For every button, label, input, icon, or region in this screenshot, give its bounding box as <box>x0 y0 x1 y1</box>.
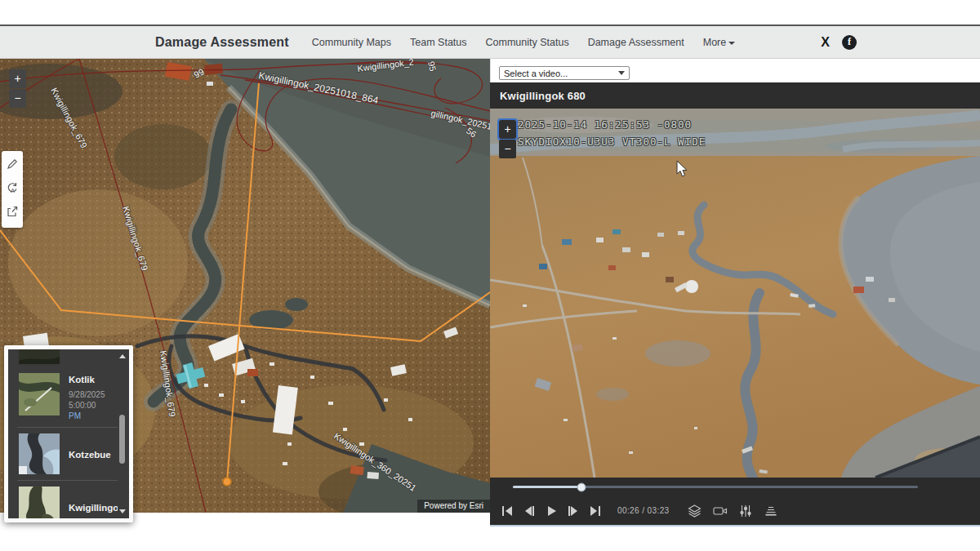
flight-item-name: Kotlik <box>69 375 118 384</box>
frame-back-icon <box>523 506 535 516</box>
frame-back-button[interactable] <box>523 504 536 518</box>
scroll-down-icon[interactable] <box>119 509 126 513</box>
sliders-icon <box>739 504 752 518</box>
top-navbar: Damage Assessment Community Maps Team St… <box>0 24 980 59</box>
frame-forward-icon <box>568 506 579 516</box>
camera-icon <box>713 505 728 517</box>
map-toolbar: A <box>2 151 23 228</box>
video-viewport[interactable]: 2025-10-14 16:25:53 -0800 SKYDIOX10-U3U3… <box>490 109 980 478</box>
osd-timestamp: 2025-10-14 16:25:53 -0800 <box>518 116 706 133</box>
skip-to-end-button[interactable] <box>589 504 602 518</box>
flight-list-scrollbar[interactable] <box>118 351 127 517</box>
nav-item-community-status[interactable]: Community Status <box>486 37 569 48</box>
video-titlebar: Kwigillingok 680 <box>490 82 980 109</box>
dropdown-caret-icon <box>618 71 625 75</box>
scrollbar-thumb[interactable] <box>119 415 125 464</box>
panel-bottom-edge <box>490 525 980 527</box>
play-button[interactable] <box>545 504 558 518</box>
nav-item-community-maps[interactable]: Community Maps <box>312 37 391 48</box>
skip-end-icon <box>590 506 601 516</box>
video-zoom-widget: + − <box>499 120 516 158</box>
layers-icon <box>688 504 702 518</box>
flight-item-details: Kotlik 9/28/2025 5:00:00 PM 9/28/2025 5:… <box>69 373 118 421</box>
video-time-display: 00:26 / 03:23 <box>617 506 670 515</box>
start-date: 9/28/2025 <box>69 389 114 400</box>
share-export-button[interactable] <box>6 205 19 221</box>
start-time: 5:00:00 <box>69 400 114 411</box>
flight-thumbnail <box>19 373 60 415</box>
flight-path-label: 95 <box>426 60 438 72</box>
map-zoom-out-button[interactable]: − <box>9 89 26 108</box>
horizon-telemetry-button[interactable] <box>763 504 779 518</box>
flight-thumbnail <box>19 433 60 474</box>
drone-position-marker <box>223 478 231 486</box>
progress-slider[interactable] <box>513 486 918 488</box>
page-title: Damage Assessment <box>155 35 289 50</box>
map-attribution: Powered by Esri <box>417 500 490 513</box>
skip-to-start-button[interactable] <box>501 504 514 518</box>
horizon-icon <box>764 504 777 518</box>
flight-list-item[interactable]: Kotzebue <box>8 428 118 480</box>
flight-item-name: Kwigillingok <box>69 503 118 513</box>
share-icon <box>6 205 19 218</box>
video-frame <box>490 109 980 478</box>
flight-thumbnail <box>19 349 60 364</box>
scroll-up-icon[interactable] <box>119 354 126 358</box>
video-select[interactable]: Select a video... <box>499 66 630 80</box>
flight-thumbnail <box>19 487 60 518</box>
x-twitter-icon[interactable]: X <box>821 36 830 49</box>
flight-item-dates: 9/28/2025 5:00:00 PM 9/28/2025 5:00:00 P… <box>69 389 118 421</box>
map-zoom-widget: + − <box>9 69 26 108</box>
flight-list-item-partial-top[interactable] <box>8 349 118 367</box>
video-zoom-out-button[interactable]: − <box>499 140 516 158</box>
map-zoom-in-button[interactable]: + <box>9 69 26 88</box>
progress-filled <box>513 486 581 488</box>
play-icon <box>546 506 557 516</box>
video-controls: 00:26 / 03:23 <box>490 496 980 525</box>
osd-camera-info: SKYDIOX10-U3U3 VT300-L WIDE <box>518 133 706 150</box>
nav-item-damage-assessment[interactable]: Damage Assessment <box>588 37 684 48</box>
video-select-row: Select a video... <box>490 59 980 82</box>
refresh-layers-button[interactable]: A <box>6 181 19 198</box>
layers-button[interactable] <box>687 504 703 518</box>
social-links: X f <box>821 35 857 50</box>
nav-item-team-status[interactable]: Team Status <box>410 37 466 48</box>
flight-list-panel: Kotlik 9/28/2025 5:00:00 PM 9/28/2025 5:… <box>4 345 133 522</box>
progress-handle[interactable] <box>577 482 586 491</box>
video-progress-row <box>490 478 980 496</box>
flight-list-item[interactable]: Kwigillingok <box>8 481 118 518</box>
more-caret-icon <box>728 42 735 45</box>
svg-text:A: A <box>11 186 15 193</box>
more-label: More <box>703 37 726 48</box>
flight-list-item[interactable]: Kotlik 9/28/2025 5:00:00 PM 9/28/2025 5:… <box>8 367 118 427</box>
nav-item-more[interactable]: More <box>703 37 735 48</box>
facebook-icon[interactable]: f <box>842 35 857 50</box>
flight-item-name: Kotzebue <box>69 450 111 460</box>
camera-button[interactable] <box>712 504 728 518</box>
refresh-a-icon: A <box>6 181 19 194</box>
adjust-settings-button[interactable] <box>737 504 754 518</box>
pencil-icon <box>6 158 19 171</box>
start-ampm: PM <box>69 411 114 421</box>
sketch-tool-button[interactable] <box>6 158 19 174</box>
video-osd-overlay: 2025-10-14 16:25:53 -0800 SKYDIOX10-U3U3… <box>518 116 706 150</box>
skip-start-icon <box>501 506 513 516</box>
flight-start-datetime: 9/28/2025 5:00:00 PM <box>69 389 114 421</box>
app-window: Damage Assessment Community Maps Team St… <box>0 0 980 551</box>
video-select-value: Select a video... <box>504 69 568 78</box>
video-title: Kwigillingok 680 <box>500 90 586 102</box>
flight-list: Kotlik 9/28/2025 5:00:00 PM 9/28/2025 5:… <box>8 349 118 518</box>
frame-forward-button[interactable] <box>567 504 580 518</box>
nav-menu: Community Maps Team Status Community Sta… <box>312 37 735 48</box>
video-zoom-in-button[interactable]: + <box>499 120 516 139</box>
